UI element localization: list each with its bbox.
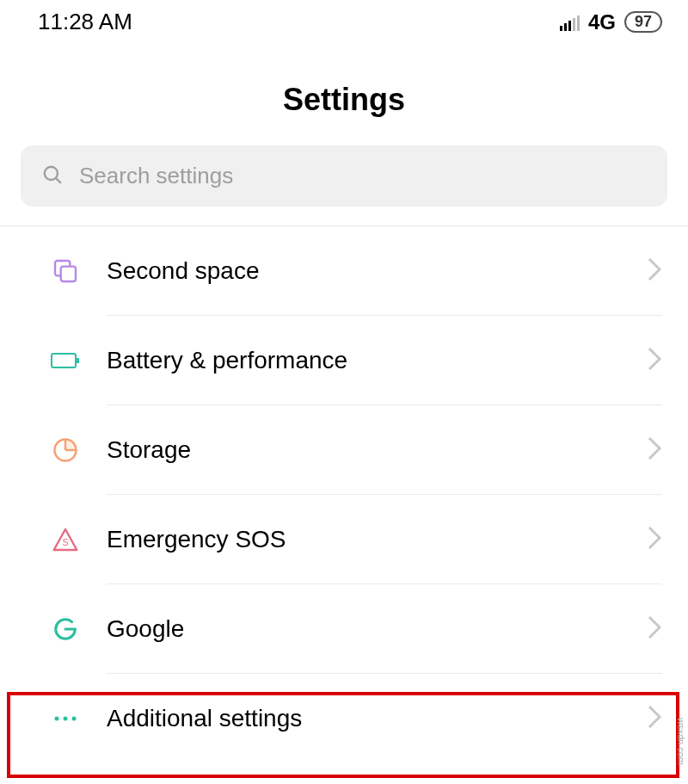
svg-rect-4 [52,354,76,367]
settings-item-label: Battery & performance [83,347,647,374]
settings-item-label: Google [83,615,647,643]
svg-line-1 [56,178,61,183]
emergency-icon: S [48,527,83,553]
svg-point-0 [45,166,58,179]
status-right: 4G 97 [560,10,662,34]
settings-list: Second space Battery & performance [0,226,688,763]
storage-icon [48,437,83,463]
svg-point-11 [55,717,59,721]
svg-point-12 [64,717,68,721]
settings-item-label: Emergency SOS [83,526,647,553]
page-title: Settings [0,40,688,145]
svg-rect-3 [61,267,76,281]
more-icon [48,714,83,723]
settings-item-emergency-sos[interactable]: S Emergency SOS [0,495,688,584]
network-type: 4G [588,10,616,34]
settings-item-label: Additional settings [83,705,647,732]
search-input[interactable]: Search settings [21,145,667,207]
svg-rect-5 [77,358,79,363]
signal-icon [560,14,580,31]
chevron-right-icon [647,435,662,465]
settings-item-storage[interactable]: Storage [0,405,688,495]
chevron-right-icon [647,346,662,375]
watermark: wsxdn.com [676,718,686,765]
settings-item-google[interactable]: Google [0,584,688,674]
search-container: Search settings [0,145,688,225]
chevron-right-icon [647,704,662,733]
battery-indicator: 97 [624,11,662,33]
settings-item-label: Second space [83,257,647,285]
settings-item-battery-performance[interactable]: Battery & performance [0,316,688,405]
chevron-right-icon [647,525,662,554]
svg-text:S: S [62,537,68,547]
settings-item-second-space[interactable]: Second space [0,226,688,316]
search-icon [41,164,64,189]
battery-icon [48,350,83,371]
status-bar: 11:28 AM 4G 97 [0,0,688,40]
settings-item-label: Storage [83,436,647,464]
settings-item-additional-settings[interactable]: Additional settings [0,674,688,763]
second-space-icon [48,257,83,285]
search-placeholder: Search settings [79,163,233,189]
google-icon [48,616,83,642]
chevron-right-icon [647,614,662,644]
svg-point-13 [72,717,77,721]
clock: 11:28 AM [38,9,132,35]
chevron-right-icon [647,256,662,286]
